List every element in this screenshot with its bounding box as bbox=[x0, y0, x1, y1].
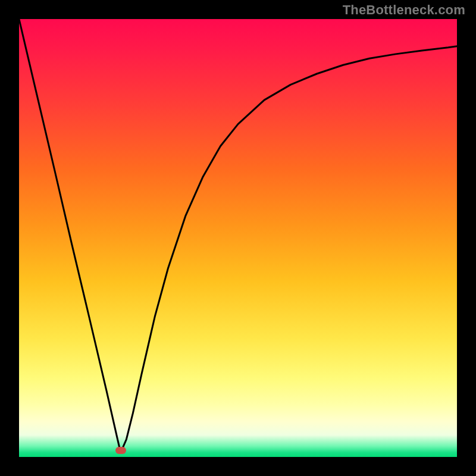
chart-plot-area bbox=[19, 19, 457, 457]
watermark-text: TheBottleneck.com bbox=[343, 2, 465, 18]
chart-minimum-marker bbox=[115, 447, 126, 454]
chart-curve-layer bbox=[19, 19, 457, 457]
chart-curve bbox=[19, 19, 457, 453]
